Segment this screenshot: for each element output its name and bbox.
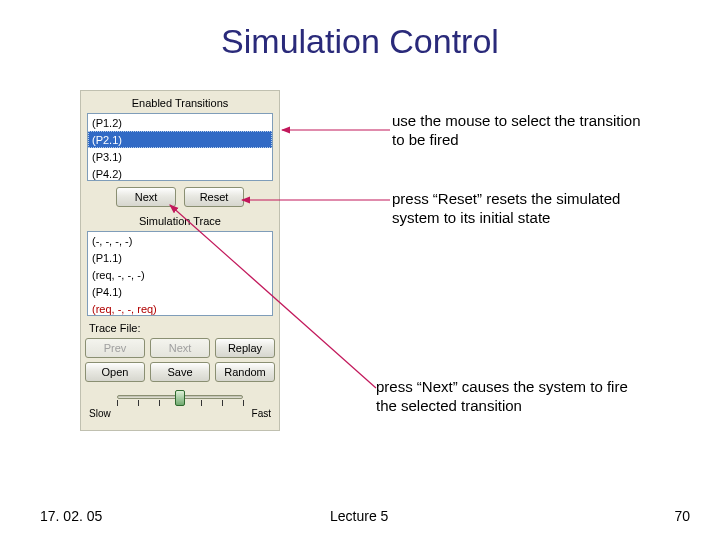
enabled-transitions-heading: Enabled Transitions <box>87 95 273 113</box>
list-item[interactable]: (P1.2) <box>88 114 272 131</box>
list-item[interactable]: (-, -, -, -) <box>88 232 272 249</box>
footer-date: 17. 02. 05 <box>40 508 102 524</box>
trace-file-label: Trace File: <box>89 322 273 334</box>
replay-button[interactable]: Replay <box>215 338 275 358</box>
open-button[interactable]: Open <box>85 362 145 382</box>
slide-title: Simulation Control <box>0 22 720 61</box>
save-button[interactable]: Save <box>150 362 210 382</box>
list-item[interactable]: (P4.2) <box>88 165 272 181</box>
footer-lecture: Lecture 5 <box>330 508 388 524</box>
prev-button[interactable]: Prev <box>85 338 145 358</box>
trace-button-grid: PrevNextReplayOpenSaveRandom <box>87 338 273 382</box>
list-item[interactable]: (req, -, -, req) <box>88 300 272 316</box>
slow-label: Slow <box>89 408 111 419</box>
fast-label: Fast <box>252 408 271 419</box>
speed-slider[interactable]: Slow Fast <box>87 392 273 422</box>
reset-button[interactable]: Reset <box>184 187 244 207</box>
simulation-control-panel: Enabled Transitions (P1.2)(P2.1)(P3.1)(P… <box>80 90 280 431</box>
annotation-reset: press “Reset” resets the simulated syste… <box>392 190 652 228</box>
list-item[interactable]: (req, -, -, -) <box>88 266 272 283</box>
footer-pagenum: 70 <box>674 508 690 524</box>
next-button[interactable]: Next <box>150 338 210 358</box>
list-item[interactable]: (P4.1) <box>88 283 272 300</box>
annotation-select: use the mouse to select the transition t… <box>392 112 652 150</box>
enabled-transitions-list[interactable]: (P1.2)(P2.1)(P3.1)(P4.2) <box>87 113 273 181</box>
slider-thumb[interactable] <box>175 390 185 406</box>
simulation-trace-list[interactable]: (-, -, -, -)(P1.1)(req, -, -, -)(P4.1)(r… <box>87 231 273 316</box>
list-item[interactable]: (P3.1) <box>88 148 272 165</box>
list-item[interactable]: (P2.1) <box>88 131 272 148</box>
random-button[interactable]: Random <box>215 362 275 382</box>
simulation-trace-heading: Simulation Trace <box>87 213 273 231</box>
next-button[interactable]: Next <box>116 187 176 207</box>
list-item[interactable]: (P1.1) <box>88 249 272 266</box>
annotation-next: press “Next” causes the system to fire t… <box>376 378 636 416</box>
